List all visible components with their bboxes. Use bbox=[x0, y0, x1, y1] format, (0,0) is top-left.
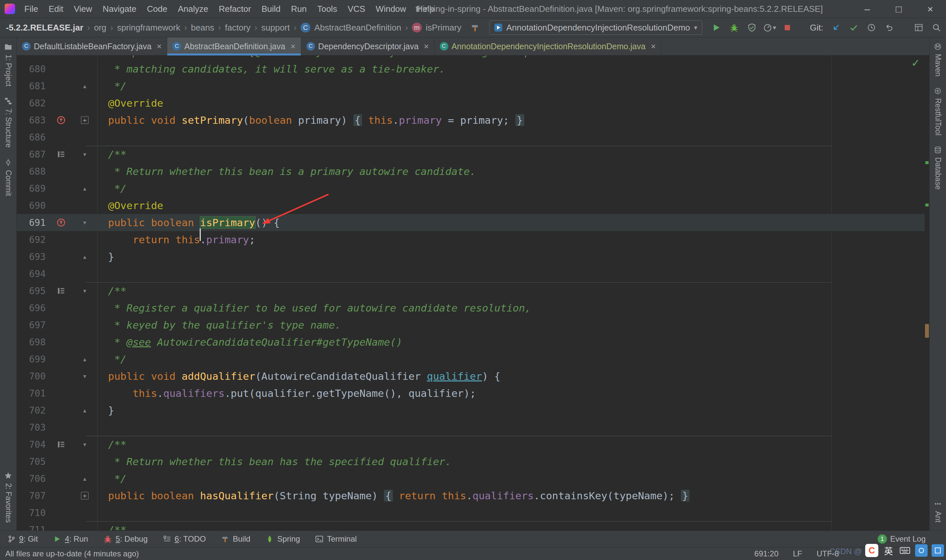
line-number[interactable]: 691 bbox=[17, 217, 46, 228]
code-text[interactable]: /** bbox=[97, 282, 126, 299]
fold-marker-up[interactable]: ▴ bbox=[77, 184, 93, 193]
line-number[interactable]: 689 bbox=[17, 183, 46, 194]
build-button[interactable] bbox=[467, 20, 484, 35]
line-number[interactable]: 702 bbox=[17, 405, 46, 416]
status-message[interactable]: All files are up-to-date (4 minutes ago) bbox=[5, 549, 139, 558]
minimize-icon[interactable]: – bbox=[851, 0, 883, 18]
line-number[interactable]: 706 bbox=[17, 473, 46, 484]
stripe-database[interactable]: Database bbox=[934, 141, 942, 195]
fold-marker-plus[interactable]: + bbox=[77, 116, 93, 124]
ime-settings-icon[interactable] bbox=[932, 544, 944, 557]
code-text[interactable]: return this.primary; bbox=[97, 231, 255, 248]
fold-marker-up[interactable]: ▴ bbox=[77, 474, 93, 483]
fold-marker-up[interactable]: ▴ bbox=[77, 252, 93, 261]
toolwindow-run[interactable]: 4: Run bbox=[53, 534, 88, 544]
code-line-705[interactable]: 705 * Return whether this bean has the s… bbox=[17, 453, 924, 470]
expand-fold-icon[interactable]: + bbox=[81, 116, 89, 124]
line-number[interactable]: 693 bbox=[17, 251, 46, 262]
fold-marker-down[interactable]: ▾ bbox=[77, 440, 93, 449]
code-line-706[interactable]: 706▴ */ bbox=[17, 470, 924, 487]
code-line-701[interactable]: 701 this.qualifiers.put(qualifier.getTyp… bbox=[17, 385, 924, 402]
code-text[interactable]: */ bbox=[97, 351, 126, 368]
render-doc-icon[interactable] bbox=[57, 150, 65, 158]
breadcrumb-item-factory[interactable]: factory bbox=[225, 23, 251, 33]
tab-dependencydescriptor-java[interactable]: CDependencyDescriptor.java× bbox=[301, 37, 434, 55]
code-text[interactable]: * matching candidates, it will serve as … bbox=[97, 60, 445, 77]
error-stripe[interactable] bbox=[924, 55, 929, 531]
code-line-707[interactable]: 707+public boolean hasQualifier(String t… bbox=[17, 487, 924, 504]
line-number[interactable]: 697 bbox=[17, 320, 46, 331]
toolwindow-git[interactable]: 9: Git bbox=[7, 534, 38, 544]
stripe-ant[interactable]: Ant bbox=[934, 495, 942, 528]
breadcrumb-item-5-2-2-release-jar[interactable]: -5.2.2.RELEASE.jar bbox=[6, 23, 83, 33]
stop-button[interactable] bbox=[778, 20, 796, 35]
code-line-694[interactable]: 694 bbox=[17, 265, 924, 282]
code-text[interactable]: /** bbox=[97, 521, 126, 531]
ime-keyboard-icon[interactable] bbox=[899, 544, 911, 557]
code-text[interactable]: /** bbox=[97, 436, 126, 453]
line-number[interactable]: 688 bbox=[17, 166, 46, 177]
line-number[interactable]: 704 bbox=[17, 439, 46, 450]
show-history-button[interactable] bbox=[863, 20, 880, 35]
fold-marker-up[interactable]: ▴ bbox=[77, 354, 93, 364]
code-line-703[interactable]: 703 bbox=[17, 419, 924, 436]
breadcrumb-item-abstractbeandefinition[interactable]: AbstractBeanDefinition bbox=[314, 23, 401, 33]
code-text[interactable]: /** bbox=[97, 146, 126, 163]
code-line-690[interactable]: 690@Override bbox=[17, 197, 924, 214]
menu-navigate[interactable]: Navigate bbox=[97, 0, 142, 18]
fold-marker-down[interactable]: ▾ bbox=[77, 218, 93, 227]
code-text[interactable]: * keyed by the qualifier's type name. bbox=[97, 317, 341, 334]
menu-vcs[interactable]: VCS bbox=[342, 0, 370, 18]
code-line-682[interactable]: 682@Override bbox=[17, 95, 924, 112]
menu-window[interactable]: Window bbox=[371, 0, 411, 18]
breadcrumb-item-beans[interactable]: beans bbox=[191, 23, 214, 33]
editor[interactable]: 679 * <p>If this value is {@code true} f… bbox=[17, 55, 929, 531]
menu-analyze[interactable]: Analyze bbox=[173, 0, 214, 18]
code-line-688[interactable]: 688 * Return whether this bean is a prim… bbox=[17, 163, 924, 180]
expand-fold-icon[interactable]: + bbox=[81, 492, 89, 500]
stripe-restfultool[interactable]: RestfulTool bbox=[934, 82, 942, 141]
profiler-button[interactable]: ▾ bbox=[761, 20, 778, 35]
code-text[interactable]: public boolean hasQualifier(String typeN… bbox=[97, 487, 689, 504]
line-number[interactable]: 707 bbox=[17, 491, 46, 501]
line-number[interactable]: 680 bbox=[17, 64, 46, 74]
toolwindow-build[interactable]: Build bbox=[221, 534, 250, 544]
code-text[interactable]: */ bbox=[97, 77, 126, 95]
code-line-687[interactable]: 687▾/** bbox=[17, 146, 924, 163]
line-separator[interactable]: LF bbox=[793, 549, 802, 558]
ime-toolbar-icon[interactable] bbox=[915, 544, 928, 557]
line-number[interactable]: 705 bbox=[17, 456, 46, 467]
code-text[interactable]: * <p>If this value is {@code true} for e… bbox=[97, 55, 543, 60]
menu-build[interactable]: Build bbox=[256, 0, 286, 18]
close-tab-icon[interactable]: × bbox=[651, 42, 656, 52]
line-number[interactable]: 711 bbox=[17, 525, 46, 531]
vcs-change-mark[interactable] bbox=[925, 203, 929, 206]
line-number[interactable]: 696 bbox=[17, 303, 46, 314]
caret-position[interactable]: 691:20 bbox=[755, 549, 778, 558]
overriding-method-icon[interactable] bbox=[57, 115, 66, 125]
stripe-commit[interactable]: Commit bbox=[4, 153, 13, 201]
menu-file[interactable]: File bbox=[19, 0, 43, 18]
line-number[interactable]: 687 bbox=[17, 149, 46, 160]
line-number[interactable]: 699 bbox=[17, 354, 46, 365]
line-number[interactable]: 695 bbox=[17, 286, 46, 296]
code-line-683[interactable]: 683+public void setPrimary(boolean prima… bbox=[17, 112, 924, 129]
code-line-698[interactable]: 698 * @see AutowireCandidateQualifier#ge… bbox=[17, 334, 924, 351]
code-line-700[interactable]: 700▾public void addQualifier(AutowireCan… bbox=[17, 368, 924, 385]
code-line-702[interactable]: 702▴} bbox=[17, 402, 924, 419]
code-text[interactable] bbox=[97, 504, 108, 521]
line-number[interactable]: 701 bbox=[17, 388, 46, 399]
tab-abstractbeandefinition-java[interactable]: CAbstractBeanDefinition.java× bbox=[167, 37, 301, 55]
code-text[interactable]: public void addQualifier(AutowireCandida… bbox=[97, 368, 501, 385]
code-text[interactable]: * Register a qualifier to be used for au… bbox=[97, 299, 531, 317]
code-line-710[interactable]: 710 bbox=[17, 504, 924, 521]
code-line-696[interactable]: 696 * Register a qualifier to be used fo… bbox=[17, 299, 924, 317]
code-text[interactable]: * Return whether this bean has the speci… bbox=[97, 453, 451, 470]
menu-view[interactable]: View bbox=[69, 0, 97, 18]
fold-marker-down[interactable]: ▾ bbox=[77, 372, 93, 381]
code-text[interactable]: } bbox=[97, 248, 114, 265]
fold-marker-down[interactable]: ▾ bbox=[77, 286, 93, 295]
update-project-button[interactable] bbox=[827, 20, 845, 35]
menu-refactor[interactable]: Refactor bbox=[214, 0, 256, 18]
menu-code[interactable]: Code bbox=[142, 0, 173, 18]
